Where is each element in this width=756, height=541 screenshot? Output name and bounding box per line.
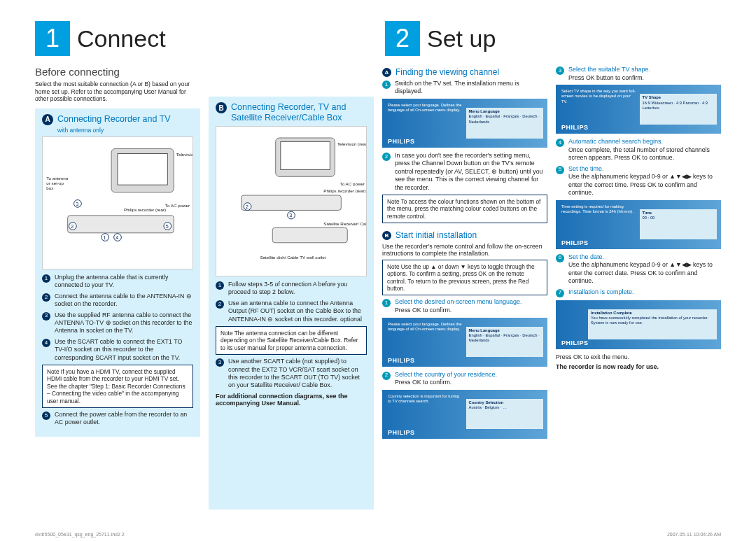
step-a5: Connect the power cable from the recorde… <box>55 411 193 427</box>
step-sb2: Select the country of your residence. Pr… <box>395 371 547 387</box>
svg-text:3: 3 <box>289 213 292 218</box>
bullet-a3: 3 <box>42 312 50 321</box>
step-a3: Use the supplied RF antenna cable to con… <box>55 311 193 335</box>
bullet-a5: 5 <box>42 412 50 420</box>
panel-b-letter: B <box>216 102 227 113</box>
svg-text:Philips recorder (rear): Philips recorder (rear) <box>323 188 365 193</box>
setup-a-letter: A <box>382 68 391 77</box>
svg-text:3: 3 <box>76 201 78 206</box>
step-b3: Use another SCART cable (not supplied) t… <box>228 358 367 390</box>
header-setup: 2 Set up <box>385 21 721 56</box>
bullet-s5: 5 <box>556 166 564 174</box>
note-sb: Note Use the up ▲ or down ▼ keys to togg… <box>382 260 547 295</box>
svg-text:2: 2 <box>71 224 74 230</box>
main-columns: Before connecting Select the most suitab… <box>35 63 721 515</box>
setup-b-letter: B <box>382 231 391 240</box>
osd-country-selection: Country selection is important for tunin… <box>382 390 547 439</box>
diagram-a: Television (rear) Philips recorder (rear… <box>42 136 193 269</box>
svg-text:4: 4 <box>115 235 118 241</box>
step-s5: Set the time. Use the alphanumeric keypa… <box>568 165 721 197</box>
step-a1: Unplug the antenna cable that is current… <box>55 274 193 290</box>
diagram-b: Television (rear) Philips recorder (rear… <box>216 126 367 276</box>
footer-left: dvdr5500_05e31_qsg_eng_25711.ind2 2 <box>35 532 125 537</box>
footer-right: 2007-05-11 10:04:26 AM <box>667 532 721 537</box>
brand-logo: PHILIPS <box>561 124 589 131</box>
bullet-a2: 2 <box>42 293 50 302</box>
osd-menu-language-1: Please select your language. Defines the… <box>382 99 547 148</box>
svg-text:To antenna: To antenna <box>46 176 68 181</box>
brand-logo: PHILIPS <box>388 357 415 364</box>
panel-connect-a: A Connecting Recorder and TV with antenn… <box>35 108 200 437</box>
bullet-sb1: 1 <box>382 299 391 307</box>
svg-rect-20 <box>281 141 330 169</box>
step-b1: Follow steps 3-5 of connection A before … <box>228 281 367 297</box>
bullet-a1: 1 <box>42 274 50 283</box>
svg-text:5: 5 <box>166 224 169 230</box>
step-s4: Automatic channel search begins. Once co… <box>568 138 721 162</box>
bullet-sa1: 1 <box>382 80 391 89</box>
panel-b-footer: For additional connection diagrams, see … <box>216 393 367 407</box>
column-setup-right: 3 Select the suitable TV shape. Press OK… <box>556 63 721 515</box>
step-b2: Use an antenna cable to connect the Ante… <box>228 300 367 323</box>
brand-logo: PHILIPS <box>561 339 589 346</box>
svg-text:or set-up: or set-up <box>46 181 64 185</box>
before-connecting-intro: Select the most suitable connection (A o… <box>35 80 200 103</box>
osd-time: Time setting is required for making reco… <box>556 200 721 249</box>
svg-rect-1 <box>118 153 167 185</box>
osd-installation-complete: Installation CompleteYou have successful… <box>556 300 721 349</box>
setup-b-title: Start initial installation <box>396 230 477 240</box>
osd-menu-language-2: Please select your language. Defines the… <box>382 318 547 367</box>
step1-title: Connect <box>77 25 166 52</box>
panel-a-title: Connecting Recorder and TV <box>57 114 171 125</box>
svg-text:box: box <box>46 185 54 190</box>
ready-line: The recorder is now ready for use. <box>556 363 721 370</box>
svg-text:Philips recorder (rear): Philips recorder (rear) <box>124 206 166 211</box>
step-s6: Set the date. Use the alphanumeric keypa… <box>568 253 721 286</box>
brand-logo: PHILIPS <box>561 239 589 246</box>
osd-tv-shape: Select TV shape in the way you want full… <box>556 85 721 134</box>
svg-text:To AC power: To AC power <box>340 181 365 186</box>
bullet-b2: 2 <box>216 300 224 309</box>
note-a: Note If you have a HDMI TV, connect the … <box>42 365 193 408</box>
bullet-s4: 4 <box>556 139 564 147</box>
svg-text:Television (rear): Television (rear) <box>337 141 366 146</box>
step1-number: 1 <box>35 21 70 56</box>
svg-text:To AC power: To AC power <box>165 203 190 208</box>
svg-text:Television (rear): Television (rear) <box>176 152 192 157</box>
bullet-s3: 3 <box>556 66 564 75</box>
bullet-sb2: 2 <box>382 372 391 380</box>
bullet-b3: 3 <box>216 358 224 367</box>
svg-text:Satellite dish/ Cable TV wall : Satellite dish/ Cable TV wall outlet <box>260 255 326 260</box>
column-connect-b: B Connecting Recorder, TV and Satellite … <box>209 63 374 515</box>
column-setup-left: A Finding the viewing channel 1Switch on… <box>382 63 547 515</box>
svg-rect-25 <box>272 227 347 242</box>
note-b: Note The antenna connection can be diffe… <box>216 326 367 355</box>
step-sb1: Select the desired on-screen menu langua… <box>395 298 547 314</box>
step2-number: 2 <box>385 21 420 56</box>
step-s3: Select the suitable TV shape. Press OK b… <box>568 66 721 82</box>
svg-text:2: 2 <box>246 204 248 210</box>
svg-text:Satellite Receiver/ Cable Box : Satellite Receiver/ Cable Box (rear) <box>323 221 366 226</box>
setup-a-title: Finding the viewing channel <box>396 67 499 77</box>
bullet-s7: 7 <box>556 289 564 297</box>
bullet-sa2: 2 <box>382 153 391 161</box>
exit-line: Press OK to exit the menu. <box>556 353 721 360</box>
svg-rect-3 <box>68 216 174 233</box>
panel-b-title: Connecting Recorder, TV and Satellite Re… <box>231 102 367 123</box>
step-sa1: Switch on the TV set. The installation m… <box>395 80 547 96</box>
svg-rect-22 <box>241 195 342 210</box>
step-sa2: In case you don't see the recorder's set… <box>395 152 547 192</box>
panel-a-letter: A <box>42 114 53 125</box>
brand-logo: PHILIPS <box>388 138 415 145</box>
panel-a-subtitle: with antenna only <box>57 127 193 134</box>
footer-meta: dvdr5500_05e31_qsg_eng_25711.ind2 2 2007… <box>35 532 721 537</box>
bullet-b1: 1 <box>216 281 224 290</box>
before-connecting-title: Before connecting <box>35 66 200 78</box>
step-a2: Connect the antenna cable to the ANTENNA… <box>55 293 193 309</box>
step2-title: Set up <box>427 25 496 52</box>
note-sa: Note To access the colour functions show… <box>382 195 547 223</box>
column-connect-a: Before connecting Select the most suitab… <box>35 63 200 515</box>
bullet-s6: 6 <box>556 254 564 262</box>
page-headers: 1 Connect 2 Set up <box>35 21 721 56</box>
header-connect: 1 Connect <box>35 21 371 56</box>
